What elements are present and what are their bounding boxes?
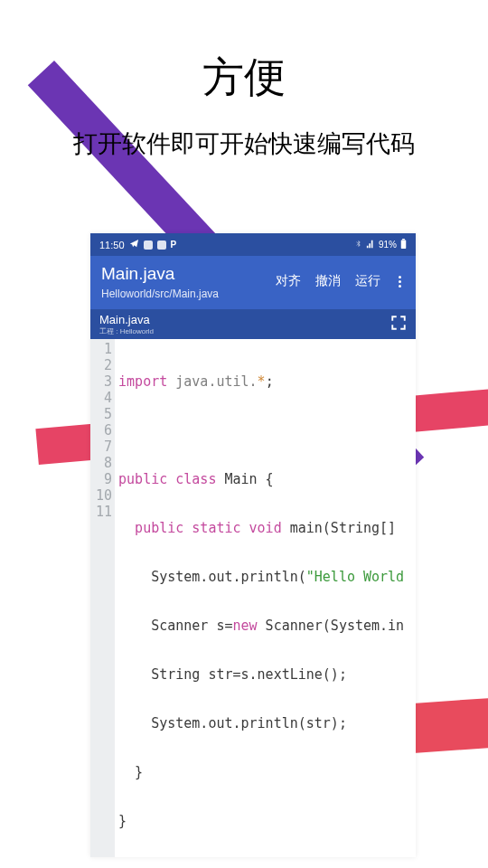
hero-subtitle: 打开软件即可开始快速编写代码: [0, 127, 488, 160]
more-menu-icon[interactable]: [395, 276, 405, 288]
telegram-icon: [129, 239, 139, 250]
battery-icon: [400, 239, 407, 250]
appbar-path: Helloworld/src/Main.java: [101, 288, 219, 300]
tab-bar: Main.java 工程 : Helloworld: [90, 309, 416, 340]
code-editor[interactable]: 1 2 3 4 5 6 7 8 9 10 11 import java.util…: [90, 339, 416, 857]
line-gutter: 1 2 3 4 5 6 7 8 9 10 11: [90, 339, 115, 857]
undo-button[interactable]: 撤消: [315, 273, 341, 289]
align-button[interactable]: 对齐: [276, 273, 301, 289]
status-app-icon-1: [144, 241, 153, 250]
status-bar: 11:50 P 91%: [90, 233, 416, 256]
phone-mockup: 11:50 P 91% Main.java Helloworld/src/Mai…: [90, 233, 416, 857]
status-app-icon-2: [157, 241, 166, 250]
bluetooth-icon: [354, 240, 362, 250]
signal-icon: [366, 240, 375, 250]
tab-filename[interactable]: Main.java: [99, 313, 407, 327]
svg-rect-1: [401, 240, 407, 249]
tab-project: 工程 : Helloworld: [99, 326, 407, 336]
battery-text: 91%: [379, 240, 397, 250]
app-bar: Main.java Helloworld/src/Main.java 对齐 撤消…: [90, 256, 416, 309]
fullscreen-icon[interactable]: [390, 315, 407, 331]
status-time: 11:50: [99, 240, 125, 250]
status-app-icon-p: P: [171, 240, 177, 250]
appbar-filename: Main.java: [101, 263, 219, 286]
svg-rect-0: [402, 239, 405, 240]
hero-title: 方便: [0, 50, 488, 106]
code-content[interactable]: import java.util.*; public class Main { …: [115, 339, 404, 857]
run-button[interactable]: 运行: [355, 273, 380, 289]
